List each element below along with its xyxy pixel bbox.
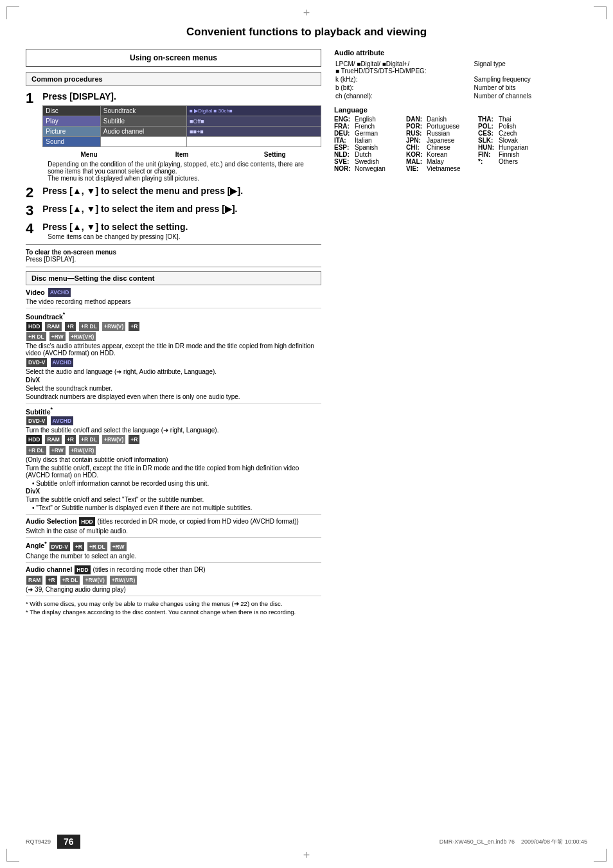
lang-code-fin: FIN:	[478, 151, 499, 158]
audio-attribute-title: Audio attribute	[334, 49, 587, 57]
lang-code-tha: THA:	[478, 116, 499, 123]
lang-row-3: ITA: Italian JPN: Japanese SLK: Slovak	[334, 137, 544, 144]
menu-setting-audio: ■■+■	[187, 127, 321, 137]
audio-selection-title: Audio Selection	[26, 517, 78, 525]
corner-tr	[594, 6, 607, 19]
soundtrack-title: Soundtrack*	[26, 311, 321, 321]
lang-name-tha: Thai	[499, 116, 544, 123]
footer-file-info: DMR-XW450_GL_en.indb 76 2009/04/08 午前 10…	[440, 838, 587, 846]
footnote-2: * The display changes according to the d…	[26, 608, 321, 616]
subtitle-badges-3: +R DL +RW +RW(VR)	[26, 445, 321, 454]
corner-tl	[6, 6, 19, 19]
subtitle-badges-2: HDD RAM +R +R DL +RW(V) +R	[26, 435, 321, 444]
audio-selection-line: Audio Selection HDD (titles recorded in …	[26, 517, 321, 526]
audio-attr-channels: Number of channels	[474, 93, 586, 100]
lang-code-chi: CHI:	[406, 144, 427, 151]
lang-code-hun: HUN:	[478, 144, 499, 151]
lang-code-rus: RUS:	[406, 130, 427, 137]
step-1: 1 Press [DISPLAY]. Disc Soundtrack ■ ▶Di…	[26, 91, 321, 182]
divider-2	[26, 267, 321, 267]
badge-rw-1: +RW	[49, 332, 66, 341]
lang-name-por: Portuguese	[427, 123, 478, 130]
audio-attr-bit: b (bit):	[335, 84, 472, 91]
subtitle-badges-1: DVD-V AVCHD	[26, 416, 321, 425]
lang-code-por: POR:	[406, 123, 427, 130]
menu-sound-label: Sound	[43, 137, 101, 147]
lang-name-mal: Malay	[427, 158, 478, 165]
step-4-content: Press [▲, ▼] to select the setting. Some…	[42, 222, 188, 240]
lang-name-esp: Spanish	[355, 144, 406, 151]
subtitle-bullet-1: Subtitle on/off information cannot be re…	[32, 480, 321, 487]
step-4-heading: Press [▲, ▼] to select the setting.	[42, 222, 188, 232]
language-title: Language	[334, 106, 587, 114]
page-number-badge: 76	[57, 835, 80, 849]
badge-rdl-1: +R DL	[79, 322, 99, 331]
lang-row-4: ESP: Spanish CHI: Chinese HUN: Hungarian	[334, 144, 544, 151]
clear-menus-title: To clear the on-screen menus	[26, 249, 116, 256]
menu-col-item: Item	[136, 151, 229, 158]
badge-dvdv-sub: DVD-V	[26, 416, 47, 425]
language-table: ENG: English DAN: Danish THA: Thai FRA: …	[334, 116, 544, 172]
subtitle-text-2: (Only discs that contain subtitle on/off…	[26, 456, 321, 463]
badge-avchd-video: AVCHD	[48, 288, 71, 297]
subtitle-text-3: Turn the subtitle on/off, except the tit…	[26, 465, 321, 479]
disc-menu-box: Disc menu—Setting the disc content	[26, 271, 321, 285]
menu-picture-label: Picture	[43, 127, 101, 137]
two-col-layout: Using on-screen menus Common procedures …	[26, 49, 587, 616]
badge-ram-1: RAM	[45, 322, 61, 331]
lang-row-0: ENG: English DAN: Danish THA: Thai	[334, 116, 544, 123]
badge-rwv-2: +RW(VR)	[69, 332, 96, 341]
lang-empty-2	[499, 165, 544, 172]
menu-play-label: Play	[43, 116, 101, 127]
badge-rdl-2: +R DL	[26, 332, 46, 341]
footer-bottom: RQT9429 76 DMR-XW450_GL_en.indb 76 2009/…	[26, 835, 587, 849]
lang-code-deu: DEU:	[334, 130, 355, 137]
section-title-onscreen: Using on-screen menus	[33, 53, 314, 62]
lang-name-star: Others	[499, 158, 544, 165]
audio-attribute-section: Audio attribute LPCM/ ■Digital/ ■Digital…	[334, 49, 587, 101]
divider-1	[26, 244, 321, 245]
badge-rwv-1: +RW(V)	[102, 322, 125, 331]
using-onscreen-menus-section: Using on-screen menus	[26, 49, 321, 67]
audio-attr-bits: Number of bits	[474, 84, 586, 91]
lang-code-jpn: JPN:	[406, 137, 427, 144]
footer-file: DMR-XW450_GL_en.indb 76	[440, 838, 515, 845]
corner-bl	[6, 849, 19, 862]
audio-attr-sampling: Sampling frequency	[474, 76, 586, 83]
badge-rplus-1: +R	[65, 322, 76, 331]
menu-table: Disc Soundtrack ■ ▶Digital ■ 30ch■ Play …	[42, 105, 321, 147]
badge-avchd-2: AVCHD	[51, 358, 74, 367]
crosshair-bottom	[300, 849, 313, 862]
divx-strong: DivX	[26, 376, 40, 384]
badge-rw-angle: +RW	[111, 542, 127, 551]
badge-avchd-sub: AVCHD	[51, 416, 74, 425]
thin-divider-2	[26, 403, 321, 403]
badge-rdl-sub-1: +R DL	[79, 435, 99, 444]
audio-selection-text: Switch in the case of multiple audio.	[26, 527, 321, 535]
divx-text-1: Select the soundtrack number.	[26, 385, 321, 392]
menu-bottom-labels: Menu Item Setting	[42, 151, 321, 158]
badge-rplus-channel: +R	[46, 576, 57, 585]
thin-divider-3	[26, 514, 321, 515]
badge-rw-sub: +RW	[49, 446, 66, 455]
badge-rdl-sub-2: +R DL	[26, 446, 46, 455]
thin-divider-1	[26, 308, 321, 308]
lang-code-star: *:	[478, 158, 499, 165]
audio-attribute-table: LPCM/ ■Digital/ ■Digital+/■ TrueHD/DTS/D…	[334, 59, 587, 101]
footnote-1: * With some discs, you may only be able …	[26, 600, 321, 607]
audio-selection-bracket: (titles recorded in DR mode, or copied f…	[98, 518, 299, 525]
soundtrack-badges-2: +R DL +RW +RW(VR)	[26, 332, 321, 341]
step-4-note-1: Some items can be changed by pressing [O…	[48, 233, 188, 240]
lang-code-dan: DAN:	[406, 116, 427, 123]
step-1-heading: Press [DISPLAY].	[42, 91, 321, 102]
lang-code-kor: KOR:	[406, 151, 427, 158]
lang-name-sve: Swedish	[355, 158, 406, 165]
step-2-number: 2	[26, 186, 33, 200]
badge-rplus-sub-1: +R	[65, 435, 76, 444]
badge-hdd-channel: HDD	[75, 565, 90, 574]
lang-code-0: ENG:	[334, 116, 355, 123]
audio-channel-bracket: (titles in recording mode other than DR)	[93, 566, 206, 573]
disc-menu-title: Disc menu—Setting the disc content	[31, 274, 315, 282]
badge-rwv-sub-2: +RW(VR)	[69, 446, 96, 455]
subtitle-divx-text: Turn the subtitle on/off and select "Tex…	[26, 496, 321, 503]
